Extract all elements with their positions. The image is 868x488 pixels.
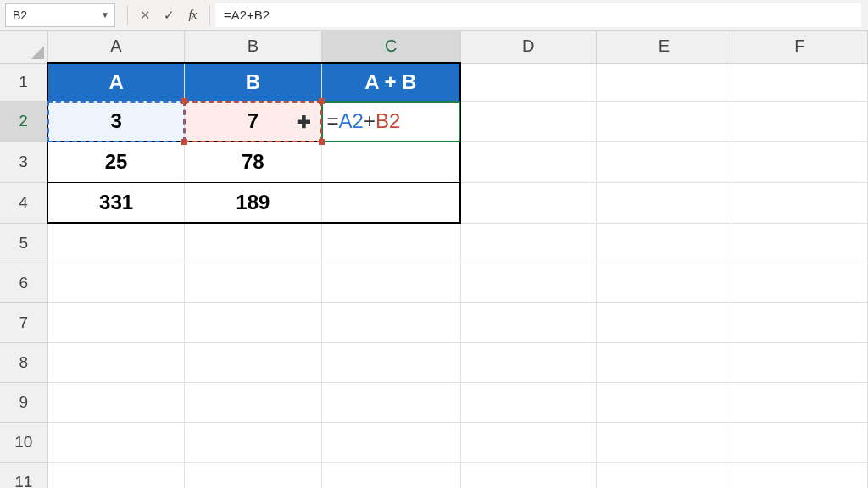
cell-C1[interactable]: A + B — [321, 63, 460, 101]
cell-B7[interactable] — [185, 302, 321, 342]
cell-C2[interactable]: =A2+B2 — [321, 101, 460, 141]
x-icon: ✕ — [140, 8, 151, 23]
cell-A6[interactable] — [47, 263, 184, 302]
cell-B11[interactable] — [185, 462, 321, 488]
formula-ref-A2: A2 — [339, 109, 364, 132]
cell-C5[interactable] — [321, 223, 460, 263]
cell-B6[interactable] — [185, 263, 321, 302]
row-header-6[interactable]: 6 — [0, 263, 47, 302]
cell-D7[interactable] — [460, 302, 596, 342]
cell-C9[interactable] — [321, 382, 460, 422]
cell-A8[interactable] — [47, 342, 184, 382]
col-header-F[interactable]: F — [732, 30, 867, 63]
cell-C11[interactable] — [321, 462, 460, 488]
col-header-C[interactable]: C — [321, 30, 460, 63]
cell-F8[interactable] — [732, 342, 867, 382]
resize-handle[interactable] — [181, 139, 187, 145]
cell-A1[interactable]: A — [47, 63, 184, 101]
cell-B1[interactable]: B — [185, 63, 321, 101]
cell-A11[interactable] — [47, 462, 184, 488]
select-all-corner[interactable] — [0, 30, 47, 63]
cell-E3[interactable] — [596, 141, 732, 182]
cell-C4[interactable] — [321, 182, 460, 223]
cell-E4[interactable] — [596, 182, 732, 223]
resize-handle[interactable] — [319, 139, 325, 145]
cell-D4[interactable] — [460, 182, 596, 223]
cell-F7[interactable] — [732, 302, 867, 342]
spreadsheet-grid[interactable]: A B C D E F 1 A B A + B 2 3 7 ✚ = — [0, 30, 868, 488]
cell-D8[interactable] — [460, 342, 596, 382]
row-header-1[interactable]: 1 — [0, 63, 47, 101]
formula-input[interactable]: =A2+B2 — [215, 3, 861, 27]
cell-F1[interactable] — [732, 63, 867, 101]
cell-C3[interactable] — [321, 141, 460, 182]
col-header-A[interactable]: A — [47, 30, 184, 63]
cell-B4[interactable]: 189 — [185, 182, 321, 223]
cell-F3[interactable] — [732, 141, 867, 182]
cell-F9[interactable] — [732, 382, 867, 422]
cell-B2[interactable]: 7 ✚ — [185, 101, 321, 141]
row-header-2[interactable]: 2 — [0, 101, 47, 141]
cell-D3[interactable] — [460, 141, 596, 182]
cell-D9[interactable] — [460, 382, 596, 422]
cell-C7[interactable] — [321, 302, 460, 342]
col-header-E[interactable]: E — [596, 30, 732, 63]
row-header-4[interactable]: 4 — [0, 182, 47, 223]
cell-B10[interactable] — [185, 422, 321, 462]
name-box-dropdown-icon[interactable]: ▼ — [97, 4, 113, 26]
cell-A5[interactable] — [47, 223, 184, 263]
resize-handle[interactable] — [319, 98, 325, 104]
cell-D11[interactable] — [460, 462, 596, 488]
cell-E1[interactable] — [596, 63, 732, 101]
cell-A9[interactable] — [47, 382, 184, 422]
cell-B3[interactable]: 78 — [185, 141, 321, 182]
resize-handle[interactable] — [181, 98, 187, 104]
formula-plus: + — [364, 109, 376, 132]
row-header-7[interactable]: 7 — [0, 302, 47, 342]
row-header-10[interactable]: 10 — [0, 422, 47, 462]
row-header-11[interactable]: 11 — [0, 462, 47, 488]
confirm-button[interactable]: ✓ — [157, 3, 181, 27]
formula-eq: = — [327, 109, 339, 132]
insert-function-button[interactable]: fx — [181, 3, 204, 27]
cell-F11[interactable] — [732, 462, 867, 488]
cell-F6[interactable] — [732, 263, 867, 302]
cell-D2[interactable] — [460, 101, 596, 141]
cell-D10[interactable] — [460, 422, 596, 462]
row-header-5[interactable]: 5 — [0, 223, 47, 263]
cell-E6[interactable] — [596, 263, 732, 302]
cell-D6[interactable] — [460, 263, 596, 302]
col-header-B[interactable]: B — [185, 30, 321, 63]
cell-B5[interactable] — [185, 223, 321, 263]
cell-A2[interactable]: 3 — [47, 101, 184, 141]
cancel-button[interactable]: ✕ — [133, 3, 157, 27]
cell-E10[interactable] — [596, 422, 732, 462]
cell-E9[interactable] — [596, 382, 732, 422]
cell-C6[interactable] — [321, 263, 460, 302]
cell-A3[interactable]: 25 — [47, 141, 184, 182]
col-header-D[interactable]: D — [460, 30, 596, 63]
cell-A4[interactable]: 331 — [47, 182, 184, 223]
cell-E7[interactable] — [596, 302, 732, 342]
cell-B8[interactable] — [185, 342, 321, 382]
cell-F2[interactable] — [732, 101, 867, 141]
cell-E5[interactable] — [596, 223, 732, 263]
cell-F10[interactable] — [732, 422, 867, 462]
row-header-9[interactable]: 9 — [0, 382, 47, 422]
name-box[interactable]: B2 ▼ — [5, 3, 115, 27]
cell-E11[interactable] — [596, 462, 732, 488]
cell-E2[interactable] — [596, 101, 732, 141]
cell-cursor-icon: ✚ — [297, 114, 311, 130]
row-header-8[interactable]: 8 — [0, 342, 47, 382]
cell-A7[interactable] — [47, 302, 184, 342]
row-header-3[interactable]: 3 — [0, 141, 47, 182]
cell-A10[interactable] — [47, 422, 184, 462]
cell-F4[interactable] — [732, 182, 867, 223]
cell-D5[interactable] — [460, 223, 596, 263]
cell-D1[interactable] — [460, 63, 596, 101]
cell-B9[interactable] — [185, 382, 321, 422]
cell-E8[interactable] — [596, 342, 732, 382]
cell-C10[interactable] — [321, 422, 460, 462]
cell-F5[interactable] — [732, 223, 867, 263]
cell-C8[interactable] — [321, 342, 460, 382]
